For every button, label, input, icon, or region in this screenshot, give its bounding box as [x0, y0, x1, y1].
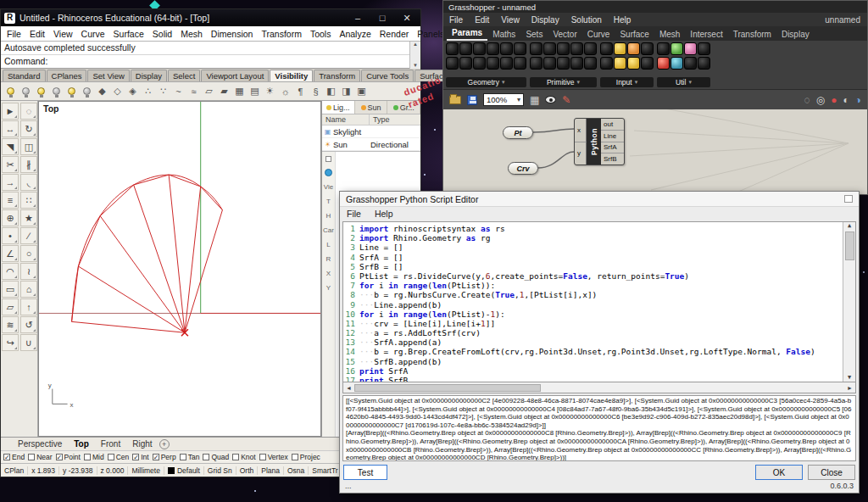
component-icon[interactable] — [600, 57, 613, 70]
split-icon[interactable]: ∦ — [20, 156, 37, 173]
component-icon[interactable] — [459, 42, 472, 55]
menu-render[interactable]: Render — [376, 29, 413, 39]
show-curves-icon[interactable]: ~ — [171, 84, 186, 98]
close-button[interactable]: ✕ — [397, 13, 417, 24]
osnap-checkbox[interactable] — [84, 454, 91, 460]
osnap-checkbox[interactable] — [232, 454, 239, 460]
column-header-type[interactable]: Type — [370, 114, 393, 125]
osnap-projec[interactable]: Projec — [292, 453, 320, 461]
gh-menu-view[interactable]: View — [495, 15, 526, 25]
toolbar-tab-cplanes[interactable]: CPlanes — [47, 70, 87, 81]
osnap-end[interactable]: End — [3, 453, 25, 461]
gh-menu-display[interactable]: Display — [526, 15, 565, 25]
component-icon[interactable] — [514, 57, 526, 70]
component-icon[interactable] — [543, 57, 556, 70]
y-coordinate[interactable]: y -23.938 — [59, 466, 97, 475]
rectangle-icon[interactable]: ▭ — [2, 281, 19, 298]
toolbar-tab-set-view[interactable]: Set View — [87, 70, 129, 81]
gh-tab-surface[interactable]: Surface — [615, 29, 654, 41]
osnap-checkbox[interactable] — [153, 454, 159, 460]
hide-clipping-icon[interactable]: ◨ — [339, 84, 353, 98]
save-file-icon[interactable] — [467, 95, 477, 105]
minimize-button[interactable]: – — [348, 13, 368, 23]
component-icon[interactable] — [530, 42, 542, 55]
osnap-checkbox[interactable] — [108, 454, 114, 460]
component-icon[interactable] — [670, 42, 683, 55]
show-lights-icon[interactable]: ☀ — [263, 84, 277, 98]
explode-icon[interactable]: ★ — [20, 209, 37, 226]
fillet-icon[interactable]: ◟ — [20, 174, 37, 191]
component-icon[interactable] — [500, 42, 513, 55]
command-input[interactable]: Command: — [1, 55, 420, 69]
toolbar-tab-select[interactable]: Select — [168, 70, 200, 81]
preview-wireframe-icon[interactable]: ◎ — [816, 95, 825, 105]
component-icon[interactable] — [473, 57, 486, 70]
layer-visibility-icon[interactable]: ▣ — [354, 84, 369, 98]
hide-objects-icon[interactable] — [19, 84, 33, 98]
select-icon[interactable]: ► — [2, 103, 19, 120]
open-file-icon[interactable] — [449, 96, 461, 104]
maximize-button[interactable]: □ — [372, 13, 392, 23]
component-icon[interactable] — [698, 57, 710, 70]
component-icon[interactable] — [570, 57, 583, 70]
scale-icon[interactable]: ◥ — [2, 138, 19, 155]
gh-menu-file[interactable]: File — [443, 15, 469, 25]
freeform-curve-icon[interactable]: ≀ — [20, 263, 37, 280]
scroll-down-icon[interactable]: ▼ — [848, 374, 851, 382]
rhino-titlebar[interactable]: R Untitled - Rhinoceros Educational (64-… — [1, 9, 420, 26]
component-icon[interactable] — [641, 57, 654, 70]
gh-tab-mesh[interactable]: Mesh — [654, 29, 685, 41]
array-icon[interactable]: ∷ — [20, 192, 37, 209]
toolbar-tab-standard[interactable]: Standard — [3, 70, 46, 81]
toolbar-tab-visibility[interactable]: Visibility — [270, 70, 313, 81]
zoom-extents-icon[interactable]: ▦ — [530, 95, 539, 105]
component-icon[interactable] — [600, 42, 613, 55]
view-eye-icon[interactable] — [545, 96, 556, 103]
component-icon[interactable] — [698, 42, 710, 55]
hide-meshes-icon[interactable]: ▤ — [248, 84, 262, 98]
viewport-tab-front[interactable]: Front — [96, 439, 125, 449]
window-box-icon[interactable] — [844, 195, 853, 203]
panel-checkbox[interactable] — [326, 156, 331, 162]
editor-menu-help[interactable]: Help — [368, 209, 400, 219]
menu-curve[interactable]: Curve — [77, 29, 109, 39]
hide-surfaces-icon[interactable]: ▰ — [217, 84, 231, 98]
component-icon[interactable] — [487, 42, 499, 55]
rotate-icon[interactable]: ↻ — [20, 120, 37, 137]
show-selected-icon[interactable] — [34, 84, 48, 98]
component-icon[interactable] — [657, 57, 670, 70]
menu-file[interactable]: File — [3, 29, 25, 39]
gh-tab-sets[interactable]: Sets — [520, 29, 548, 41]
toolbar-tab-viewport-layout[interactable]: Viewport Layout — [201, 70, 269, 81]
menu-analyze[interactable]: Analyze — [335, 29, 375, 39]
osnap-quad[interactable]: Quad — [203, 453, 229, 461]
menu-mesh[interactable]: Mesh — [176, 29, 207, 39]
hide-curves-icon[interactable]: ≈ — [186, 84, 201, 98]
osnap-checkbox[interactable] — [203, 454, 209, 460]
hide-lights-icon[interactable]: ☼ — [278, 84, 292, 98]
gh-tab-transform[interactable]: Transform — [728, 29, 776, 41]
menu-dimension[interactable]: Dimension — [207, 29, 258, 39]
mirror-icon[interactable]: ◫ — [20, 138, 37, 155]
editor-titlebar[interactable]: Grasshopper Python Script Editor — [340, 192, 859, 207]
column-header-name[interactable]: Name — [322, 114, 370, 125]
osnap-int[interactable]: Int — [132, 453, 148, 461]
trim-icon[interactable]: ✂ — [2, 156, 19, 173]
viewport-title[interactable]: Top — [43, 103, 58, 114]
scroll-up-icon[interactable]: ▲ — [848, 222, 851, 230]
preview-rendered-icon[interactable]: ◐ — [843, 95, 849, 105]
extend-icon[interactable]: → — [2, 174, 19, 191]
loft-icon[interactable]: ≋ — [2, 316, 19, 333]
component-icon[interactable] — [641, 42, 654, 55]
osnap-checkbox[interactable] — [132, 454, 139, 460]
viewport-tab-perspective[interactable]: Perspective — [13, 439, 67, 449]
horizontal-scrollbar[interactable]: ◄ ► — [342, 382, 856, 393]
component-icon[interactable] — [584, 42, 597, 55]
osnap-checkbox[interactable] — [292, 454, 298, 460]
osnap-vertex[interactable]: Vertex — [259, 453, 288, 461]
gh-menu-edit[interactable]: Edit — [469, 15, 495, 25]
status-toggle-osna[interactable]: Osna — [284, 466, 309, 475]
menu-solid[interactable]: Solid — [148, 29, 176, 39]
osnap-checkbox[interactable] — [3, 454, 10, 460]
toolbar-tab-transform[interactable]: Transform — [314, 70, 360, 81]
